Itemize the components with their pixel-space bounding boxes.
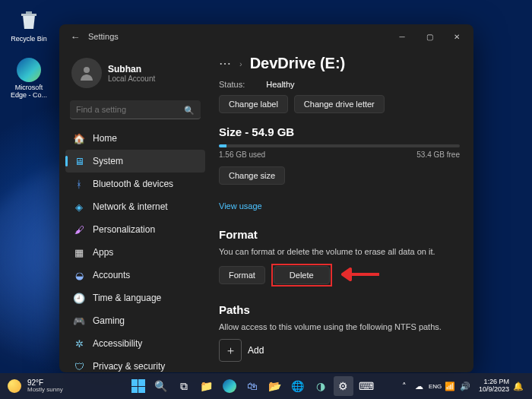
maximize-button[interactable]: ▢ xyxy=(416,26,443,47)
weather-icon xyxy=(8,379,21,393)
svg-point-0 xyxy=(84,67,90,73)
sidebar-item-label: Privacy & security xyxy=(93,361,165,372)
sidebar-item-time[interactable]: 🕘Time & language xyxy=(65,287,205,309)
tray-volume-icon[interactable]: 🔊 xyxy=(459,382,471,391)
sidebar-item-label: Accessibility xyxy=(93,338,142,349)
accounts-icon: ◒ xyxy=(73,269,85,281)
paths-description: Allow access to this volume using the fo… xyxy=(219,322,460,331)
home-icon: 🏠 xyxy=(73,132,85,144)
sidebar-item-label: Bluetooth & devices xyxy=(93,179,173,189)
close-button[interactable]: ✕ xyxy=(443,26,470,47)
taskbar-clock[interactable]: 1:26 PM 10/9/2023 xyxy=(479,378,509,394)
sidebar-item-label: Network & internet xyxy=(93,201,168,212)
sidebar: Subhan Local Account 🔍 🏠Home🖥SystemᚼBlue… xyxy=(59,49,211,372)
size-used: 1.56 GB used xyxy=(219,150,265,159)
tray-network-icon[interactable]: 📶 xyxy=(444,382,456,391)
recycle-bin-icon xyxy=(15,6,43,33)
sidebar-item-personalization[interactable]: 🖌Personalization xyxy=(65,218,205,241)
size-free: 53.4 GB free xyxy=(416,150,460,159)
back-button[interactable]: ← xyxy=(68,31,82,43)
taskbar-center: 🔍 ⧉ 📁 🛍 📂 🌐 ◑ ⚙ ⌨ xyxy=(106,376,398,396)
minimize-button[interactable]: ─ xyxy=(388,26,416,47)
sidebar-item-label: Apps xyxy=(93,247,113,258)
user-block[interactable]: Subhan Local Account xyxy=(65,53,205,97)
tray-language-icon[interactable]: ENG xyxy=(429,383,441,390)
desktop-icon-recycle-bin[interactable]: Recycle Bin xyxy=(6,6,52,43)
add-path-label: Add xyxy=(248,345,264,356)
sidebar-item-network[interactable]: ◈Network & internet xyxy=(65,195,205,218)
titlebar: ← Settings ─ ▢ ✕ xyxy=(59,24,473,49)
tray-chevron-icon[interactable]: ˄ xyxy=(398,382,410,391)
tray-onedrive-icon[interactable]: ☁ xyxy=(413,382,426,391)
tray-notifications-icon[interactable]: 🔔 xyxy=(512,382,524,391)
desktop-icon-label: Microsoft Edge - Co... xyxy=(6,84,52,99)
taskbar-settings-icon[interactable]: ⚙ xyxy=(334,376,353,396)
system-tray: ˄ ☁ ENG 📶 🔊 1:26 PM 10/9/2023 🔔 xyxy=(398,378,532,394)
sidebar-item-label: Personalization xyxy=(93,224,155,235)
taskbar-app-icon[interactable]: ◑ xyxy=(311,376,331,396)
avatar xyxy=(71,58,102,88)
change-size-button[interactable]: Change size xyxy=(219,166,285,185)
sidebar-item-apps[interactable]: ▦Apps xyxy=(65,241,205,264)
accessibility-icon: ✲ xyxy=(73,337,85,350)
desktop-icon-label: Recycle Bin xyxy=(6,35,52,43)
breadcrumb: ⋯ › DevDrive (E:) xyxy=(219,55,460,72)
window-title: Settings xyxy=(88,32,119,41)
settings-window: ← Settings ─ ▢ ✕ Subhan Local Account 🔍 … xyxy=(59,24,473,372)
taskbar-explorer2-icon[interactable]: 📂 xyxy=(265,376,285,396)
taskbar-terminal-icon[interactable]: ⌨ xyxy=(356,376,376,396)
sidebar-item-label: Home xyxy=(93,133,117,144)
desktop-icon-edge[interactable]: Microsoft Edge - Co... xyxy=(6,58,52,99)
sidebar-item-privacy[interactable]: 🛡Privacy & security xyxy=(65,355,205,372)
sidebar-item-label: System xyxy=(93,156,123,166)
system-icon: 🖥 xyxy=(73,155,85,167)
sidebar-item-gaming[interactable]: 🎮Gaming xyxy=(65,309,205,332)
size-usage-bar xyxy=(219,144,460,147)
status-value: Healthy xyxy=(266,80,294,89)
task-view-icon[interactable]: ⧉ xyxy=(174,376,194,396)
search-input[interactable] xyxy=(70,100,201,119)
change-drive-letter-button[interactable]: Change drive letter xyxy=(294,95,385,113)
page-title: DevDrive (E:) xyxy=(250,55,346,72)
add-path-button[interactable]: ＋ xyxy=(219,339,242,362)
sidebar-item-accounts[interactable]: ◒Accounts xyxy=(65,264,205,287)
sidebar-item-label: Gaming xyxy=(93,315,125,326)
edge-icon xyxy=(17,58,41,82)
sidebar-item-accessibility[interactable]: ✲Accessibility xyxy=(65,332,205,355)
breadcrumb-more-icon[interactable]: ⋯ xyxy=(219,56,232,71)
user-name: Subhan xyxy=(108,64,155,74)
network-icon: ◈ xyxy=(73,201,85,213)
gaming-icon: 🎮 xyxy=(73,315,85,327)
sidebar-item-label: Accounts xyxy=(93,270,130,280)
personalization-icon: 🖌 xyxy=(73,223,85,236)
bluetooth-icon: ᚼ xyxy=(73,178,85,190)
taskbar-store-icon[interactable]: 🛍 xyxy=(242,376,262,396)
taskbar-weather[interactable]: 92°F Mostly sunny xyxy=(0,379,106,393)
status-row: Status: Healthy xyxy=(219,80,460,89)
main-panel: ⋯ › DevDrive (E:) Status: Healthy Change… xyxy=(211,49,473,372)
format-heading: Format xyxy=(219,228,460,241)
user-account-type: Local Account xyxy=(108,74,155,83)
view-usage-link[interactable]: View usage xyxy=(219,201,262,211)
chevron-right-icon: › xyxy=(239,59,242,68)
size-heading: Size - 54.9 GB xyxy=(219,125,460,138)
sidebar-item-home[interactable]: 🏠Home xyxy=(65,127,205,150)
format-button[interactable]: Format xyxy=(219,266,265,284)
taskbar-chrome-icon[interactable]: 🌐 xyxy=(288,376,308,396)
sidebar-item-label: Time & language xyxy=(93,293,161,303)
taskbar-explorer-icon[interactable]: 📁 xyxy=(197,376,217,396)
delete-button[interactable]: Delete xyxy=(274,266,330,284)
format-description: You can format or delete the volume to e… xyxy=(219,247,460,256)
sidebar-item-bluetooth[interactable]: ᚼBluetooth & devices xyxy=(65,173,205,195)
taskbar-edge-icon[interactable] xyxy=(220,376,239,396)
callout-highlight: Delete xyxy=(271,264,332,287)
start-button[interactable] xyxy=(128,376,148,396)
sidebar-item-system[interactable]: 🖥System xyxy=(65,150,205,173)
time-icon: 🕘 xyxy=(73,292,85,304)
taskbar-search-icon[interactable]: 🔍 xyxy=(151,376,171,396)
change-label-button[interactable]: Change label xyxy=(219,95,288,113)
taskbar: 92°F Mostly sunny 🔍 ⧉ 📁 🛍 📂 🌐 ◑ ⚙ ⌨ ˄ ☁ … xyxy=(0,373,532,399)
clock-date: 10/9/2023 xyxy=(479,386,509,394)
privacy-icon: 🛡 xyxy=(73,360,85,372)
callout-arrow-icon xyxy=(341,268,379,283)
